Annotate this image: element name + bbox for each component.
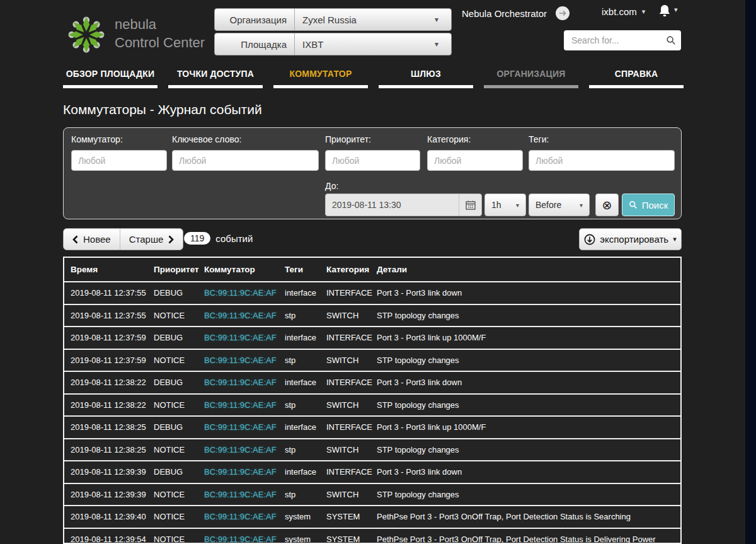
table-cell: 2019-08-11 12:39:39 [71,490,154,499]
nav-tab-5[interactable]: ОРГАНИЗАЦИЯ [484,65,578,88]
direction-select[interactable]: Before ▾ [529,194,590,216]
table-cell: 2019-08-11 12:39:39 [71,467,154,477]
table-cell: INTERFACE [326,422,377,432]
table-cell: STP topology changes [377,311,680,320]
filter-priority-input[interactable] [325,150,420,171]
table-row: 2019-08-11 12:39:39NOTICEBC:99:11:9C:AE:… [64,484,680,507]
site-value: IXBT [295,33,435,55]
export-button[interactable]: экспортировать ▾ [579,228,682,250]
switch-link[interactable]: BC:99:11:9C:AE:AF [204,333,285,342]
account-menu[interactable]: ixbt.com ▾ [602,6,645,17]
switch-link[interactable]: BC:99:11:9C:AE:AF [204,445,285,454]
table-cell: INTERFACE [326,378,377,387]
tab-underline [484,85,578,88]
filter-tags: Теги: [529,134,675,171]
to-label: До: [325,181,338,191]
event-count-badge: 119 [184,232,210,245]
filter-keyword-input[interactable] [172,150,319,171]
table-cell: Port 3 - Port3 link down [377,467,680,477]
table-cell: 2019-08-11 12:38:22 [71,378,154,387]
table-row: 2019-08-11 12:37:59NOTICEBC:99:11:9C:AE:… [64,350,680,373]
switch-link[interactable]: BC:99:11:9C:AE:AF [204,512,285,521]
table-cell: NOTICE [154,356,204,365]
filter-tags-input[interactable] [529,150,675,171]
nav-tab-1[interactable]: ОБЗОР ПЛОЩАДКИ [63,65,158,88]
calendar-icon[interactable] [459,194,481,216]
table-cell: stp [285,490,326,499]
switch-link[interactable]: BC:99:11:9C:AE:AF [204,490,285,499]
older-button[interactable]: Старше [120,229,183,250]
brand-line1: nebula [115,15,205,33]
search-icon[interactable] [666,35,676,45]
filter-category-input[interactable] [427,150,523,171]
switch-link[interactable]: BC:99:11:9C:AE:AF [204,422,285,432]
global-search[interactable] [564,30,681,50]
table-cell: DEBUG [154,333,204,342]
switch-link[interactable]: BC:99:11:9C:AE:AF [204,356,285,365]
search-button-label: Поиск [642,200,668,211]
filter-keyword-label: Ключевое слово: [172,134,319,144]
pager-group: Новее Старше [63,228,183,250]
table-row: 2019-08-11 12:39:39DEBUGBC:99:11:9C:AE:A… [64,461,680,484]
switch-link[interactable]: BC:99:11:9C:AE:AF [204,378,285,387]
organization-select[interactable]: Организация Zyxel Russia ▾ [214,8,452,31]
table-cell: 2019-08-11 12:37:59 [71,356,154,365]
clear-filters-button[interactable]: ⊗ [595,194,619,216]
switch-link[interactable]: BC:99:11:9C:AE:AF [204,467,285,477]
nav-tab-3[interactable]: КОММУТАТОР [273,65,368,88]
range-value: 1h [491,200,501,210]
export-label: экспортировать [600,234,668,245]
table-cell: interface [285,378,326,387]
notifications-menu[interactable]: ▾ [657,3,678,18]
nav-tab-label: ОРГАНИЗАЦИЯ [484,65,578,85]
table-cell: SWITCH [326,400,377,410]
datetime-picker[interactable]: 2019-08-11 13:30 [325,194,482,216]
nav-tab-label: ОБЗОР ПЛОЩАДКИ [63,65,158,85]
table-cell: NOTICE [154,400,204,410]
table-cell: interface [285,467,326,477]
main-nav: ОБЗОР ПЛОЩАДКИ ТОЧКИ ДОСТУПА КОММУТАТОР … [63,65,684,88]
site-label: Площадка [215,33,295,55]
filter-switch-input[interactable] [71,150,167,171]
newer-button[interactable]: Новее [64,229,120,250]
switch-link[interactable]: BC:99:11:9C:AE:AF [204,400,285,410]
filter-priority: Приоритет: [325,134,420,171]
nav-tab-4[interactable]: ШЛЮЗ [379,65,473,88]
table-cell: Port 3 - Port3 link down [377,288,680,298]
nav-tab-6[interactable]: СПРАВКА [589,65,684,88]
switch-link[interactable]: BC:99:11:9C:AE:AF [204,288,285,298]
table-row: 2019-08-11 12:39:40NOTICEBC:99:11:9C:AE:… [64,506,680,529]
table-cell: interface [285,288,326,298]
table-cell: SYSTEM [326,512,377,521]
table-cell: 2019-08-11 12:38:25 [71,422,154,432]
account-name: ixbt.com [602,6,637,17]
arrow-right-circle-icon[interactable] [556,6,570,20]
table-cell: 2019-08-11 12:37:55 [71,311,154,320]
site-select[interactable]: Площадка IXBT ▾ [214,33,452,55]
table-cell: SWITCH [326,311,377,320]
table-cell: PethPse Port 3 - Port3 OnOff Trap, Port … [377,535,680,544]
column-header: Коммутатор [204,265,285,274]
column-header: Теги [285,265,326,274]
switch-link[interactable]: BC:99:11:9C:AE:AF [204,535,285,544]
switch-link[interactable]: BC:99:11:9C:AE:AF [204,311,285,320]
search-button[interactable]: Поиск [622,194,675,216]
table-cell: 2019-08-11 12:39:40 [71,512,154,521]
filter-category: Категория: [427,134,523,171]
table-cell: Port 3 - Port3 link down [377,378,680,387]
nebula-logo-icon [65,15,108,54]
older-label: Старше [129,234,164,245]
datetime-value: 2019-08-11 13:30 [326,200,459,210]
table-row: 2019-08-11 12:38:22DEBUGBC:99:11:9C:AE:A… [64,372,680,395]
nav-tab-2[interactable]: ТОЧКИ ДОСТУПА [168,65,263,88]
chevron-down-icon: ▾ [642,8,646,16]
nav-tab-label: ТОЧКИ ДОСТУПА [168,65,263,85]
table-cell: 2019-08-11 12:38:22 [71,400,154,410]
brand-line2: Control Center [115,33,205,52]
chevron-down-icon: ▾ [580,202,583,209]
table-cell: 2019-08-11 12:38:25 [71,445,154,454]
range-select[interactable]: 1h ▾ [484,194,526,216]
search-input[interactable] [571,35,666,45]
orchestrator-link[interactable]: Nebula Orchestrator [462,6,570,20]
newer-label: Новее [83,234,111,245]
